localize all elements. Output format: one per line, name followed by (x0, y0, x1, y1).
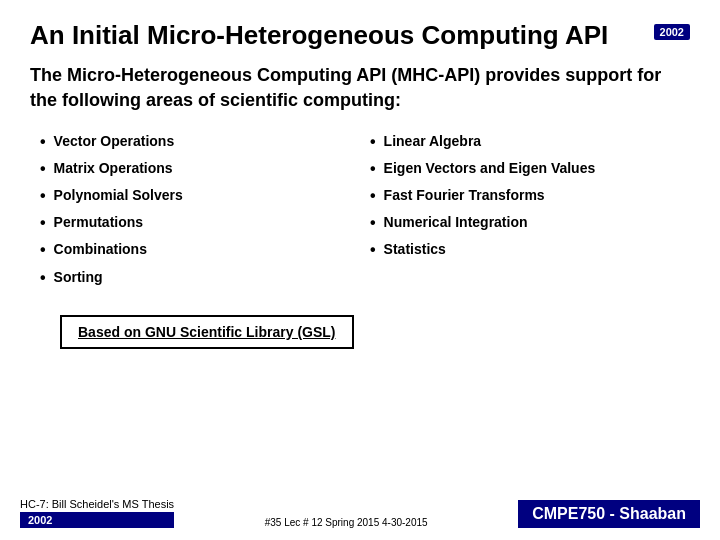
bullet-icon: • (40, 159, 46, 178)
list-item: •Numerical Integration (370, 213, 690, 232)
gsl-box: Based on GNU Scientific Library (GSL) (60, 315, 354, 349)
list-item: •Eigen Vectors and Eigen Values (370, 159, 690, 178)
slide-title: An Initial Micro-Heterogeneous Computing… (30, 20, 608, 51)
list-item: •Permutations (40, 213, 360, 232)
bullet-icon: • (40, 240, 46, 259)
bullet-icon: • (370, 240, 376, 259)
left-list: •Vector Operations •Matrix Operations •P… (40, 132, 360, 287)
gsl-label: Based on GNU Scientific Library (GSL) (78, 324, 336, 340)
title-row: An Initial Micro-Heterogeneous Computing… (30, 20, 690, 51)
bullet-icon: • (40, 213, 46, 232)
list-item: •Combinations (40, 240, 360, 259)
slide: An Initial Micro-Heterogeneous Computing… (0, 0, 720, 540)
bullet-icon: • (370, 186, 376, 205)
two-column-list: •Vector Operations •Matrix Operations •P… (30, 132, 690, 295)
list-item: •Vector Operations (40, 132, 360, 151)
list-item: •Polynomial Solvers (40, 186, 360, 205)
bullet-icon: • (40, 186, 46, 205)
bullet-icon: • (370, 132, 376, 151)
list-item: •Sorting (40, 268, 360, 287)
list-item: •Linear Algebra (370, 132, 690, 151)
bullet-icon: • (40, 132, 46, 151)
right-column: •Linear Algebra •Eigen Vectors and Eigen… (360, 132, 690, 295)
bullet-icon: • (40, 268, 46, 287)
left-column: •Vector Operations •Matrix Operations •P… (30, 132, 360, 295)
course-label: CMPE750 - Shaaban (518, 500, 700, 528)
footer-left: HC-7: Bill Scheidel's MS Thesis 2002 (20, 498, 174, 528)
list-item: •Matrix Operations (40, 159, 360, 178)
list-item: •Fast Fourier Transforms (370, 186, 690, 205)
footer-year: 2002 (20, 512, 174, 528)
subtitle: The Micro-Heterogeneous Computing API (M… (30, 63, 690, 113)
slide-info: #35 Lec # 12 Spring 2015 4-30-2015 (265, 517, 428, 528)
year-badge: 2002 (654, 24, 690, 40)
bullet-icon: • (370, 213, 376, 232)
footer: HC-7: Bill Scheidel's MS Thesis 2002 #35… (0, 498, 720, 528)
thesis-label: HC-7: Bill Scheidel's MS Thesis (20, 498, 174, 510)
bullet-icon: • (370, 159, 376, 178)
list-item: •Statistics (370, 240, 690, 259)
right-list: •Linear Algebra •Eigen Vectors and Eigen… (370, 132, 690, 260)
